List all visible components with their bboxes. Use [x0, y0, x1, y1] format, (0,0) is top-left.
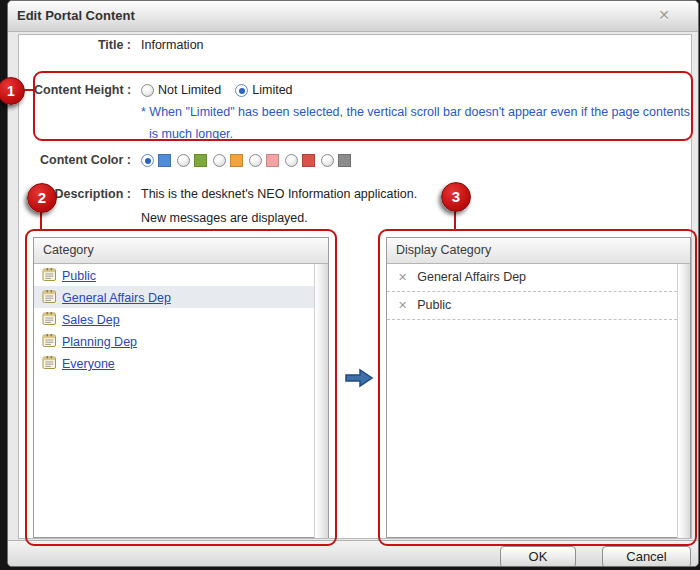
dialog-titlebar: Edit Portal Content ✕: [8, 1, 698, 32]
content-color-radio-red[interactable]: [285, 154, 298, 167]
cancel-button[interactable]: Cancel: [602, 546, 691, 567]
content-height-label: Content Height :: [34, 82, 131, 98]
edit-portal-content-dialog: Edit Portal Content ✕ Title : Informatio…: [7, 0, 699, 567]
category-memo-icon: [42, 289, 57, 304]
color-swatch-pink: [266, 154, 279, 167]
display-category-label: General Affairs Dep: [417, 270, 526, 284]
content-color-radio-blue[interactable]: [141, 154, 154, 167]
display-category-label: Public: [417, 298, 451, 312]
display-category-scrollbar[interactable]: [677, 264, 690, 538]
display-category-panel: Display Category ✕General Affairs Dep✕Pu…: [386, 237, 691, 538]
category-link[interactable]: Public: [62, 269, 96, 283]
dialog-title: Edit Portal Content: [17, 8, 135, 23]
content-color-radio-gray[interactable]: [321, 154, 334, 167]
category-memo-icon: [42, 267, 57, 282]
title-label: Title :: [34, 37, 131, 53]
category-memo-icon: [42, 333, 57, 348]
category-item-3: Planning Dep: [34, 330, 314, 352]
display-category-item-1: ✕Public: [387, 292, 677, 320]
remove-icon[interactable]: ✕: [398, 299, 407, 311]
remove-icon[interactable]: ✕: [398, 271, 407, 283]
limited-note-line2: is much longer.: [149, 126, 233, 142]
content-height-radio-group: Not LimitedLimited: [141, 82, 307, 98]
content-height-option-label: Limited: [252, 83, 292, 97]
category-memo-icon: [42, 355, 57, 370]
display-category-panel-header: Display Category: [387, 238, 690, 264]
color-swatch-red: [302, 154, 315, 167]
category-item-2: Sales Dep: [34, 308, 314, 330]
content-color-radio-green[interactable]: [177, 154, 190, 167]
dialog-footer: OK Cancel: [8, 540, 698, 567]
content-color-radio-group: [141, 152, 357, 168]
category-memo-icon: [42, 311, 57, 326]
color-swatch-blue: [158, 154, 171, 167]
category-scrollbar[interactable]: [314, 264, 328, 538]
content-height-radio-0[interactable]: [141, 84, 154, 97]
description-label: Description :: [34, 186, 131, 202]
display-category-list: ✕General Affairs Dep✕Public: [387, 264, 690, 538]
category-item-1: General Affairs Dep: [34, 286, 314, 308]
content-height-option-label: Not Limited: [158, 83, 221, 97]
category-link[interactable]: Planning Dep: [62, 335, 137, 349]
display-category-item-0: ✕General Affairs Dep: [387, 264, 677, 292]
title-value: Information: [141, 37, 204, 53]
content-height-radio-1[interactable]: [235, 84, 248, 97]
ok-button[interactable]: OK: [500, 546, 576, 567]
limited-note-line1: * When "Limited" has been selected, the …: [141, 104, 690, 120]
category-list: PublicGeneral Affairs DepSales DepPlanni…: [34, 264, 328, 538]
content-color-label: Content Color :: [34, 152, 131, 168]
description-line1: This is the desknet's NEO Information ap…: [141, 186, 417, 202]
color-swatch-orange: [230, 154, 243, 167]
category-link[interactable]: Everyone: [62, 357, 115, 371]
category-item-4: Everyone: [34, 352, 314, 374]
color-swatch-green: [194, 154, 207, 167]
category-panel: Category PublicGeneral Affairs DepSales …: [33, 237, 329, 538]
category-link[interactable]: General Affairs Dep: [62, 291, 171, 305]
content-color-radio-orange[interactable]: [213, 154, 226, 167]
category-panel-header: Category: [34, 238, 328, 264]
category-item-0: Public: [34, 264, 314, 286]
category-link[interactable]: Sales Dep: [62, 313, 120, 327]
description-line2: New messages are displayed.: [141, 210, 308, 226]
close-icon[interactable]: ✕: [658, 7, 670, 23]
content-color-radio-pink[interactable]: [249, 154, 262, 167]
move-right-arrow-icon: [344, 367, 374, 393]
color-swatch-gray: [338, 154, 351, 167]
